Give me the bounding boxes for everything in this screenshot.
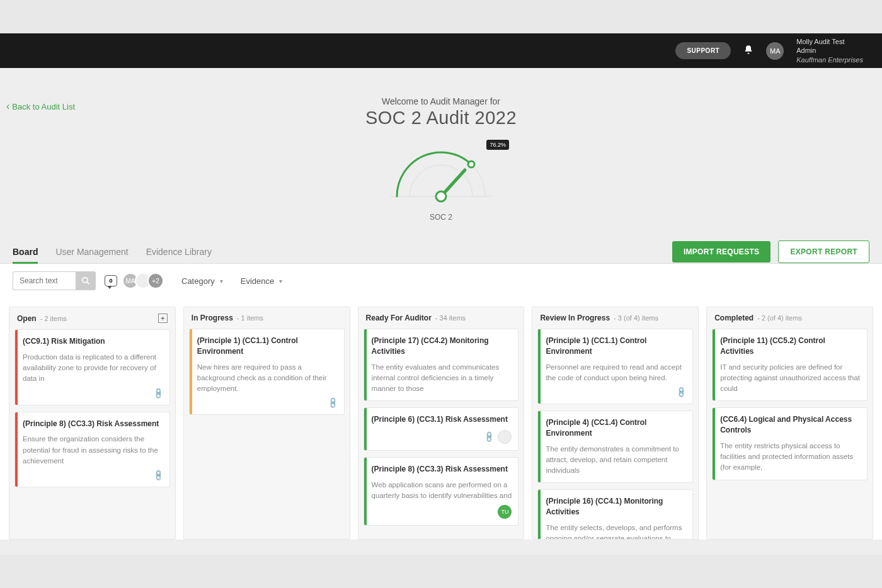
- card-body: Personnel are required to read and accep…: [546, 362, 686, 384]
- tab-board[interactable]: Board: [13, 240, 38, 263]
- board-card[interactable]: (Principle 1) (CC1.1) Control Environmen…: [189, 329, 345, 415]
- board-card[interactable]: (Principle 17) (CC4.2) Monitoring Activi…: [364, 329, 519, 401]
- card-body: Ensure the organization considers the po…: [23, 434, 163, 466]
- card-body: New hires are required to pass a backgro…: [197, 362, 338, 395]
- assignee-avatars[interactable]: MA +2: [126, 273, 164, 289]
- card-body: IT and security policies are defined for…: [720, 362, 861, 395]
- user-info: Molly Audit Test Admin Kauffman Enterpri…: [796, 37, 863, 64]
- board-card[interactable]: (Principle 6) (CC3.1) Risk Assessment🔗: [364, 407, 519, 451]
- letterbox-top: [0, 0, 882, 33]
- page-body: Back to Audit List Welcome to Audit Mana…: [0, 68, 882, 555]
- support-button[interactable]: SUPPORT: [675, 42, 731, 59]
- board-card[interactable]: (Principle 11) (CC5.2) Control Activitie…: [712, 329, 868, 401]
- search-input[interactable]: [13, 271, 76, 290]
- board-card[interactable]: (CC6.4) Logical and Physical Access Cont…: [712, 407, 868, 480]
- board-card[interactable]: (Principle 4) (CC1.4) Control Environmen…: [537, 410, 693, 483]
- column-cards: (Principle 1) (CC1.1) Control Environmen…: [532, 329, 698, 539]
- card-body: The entity evaluates and communicates in…: [372, 362, 512, 395]
- dropdown-label: Category: [181, 276, 215, 286]
- svg-point-3: [436, 191, 446, 201]
- card-body: Production data is replicated to a diffe…: [23, 352, 163, 385]
- messages-icon[interactable]: 0: [105, 275, 117, 286]
- board-card[interactable]: (Principle 16) (CC4.1) Monitoring Activi…: [537, 489, 693, 539]
- card-title: (Principle 1) (CC1.1) Control Environmen…: [546, 336, 686, 357]
- back-to-list-link[interactable]: Back to Audit List: [6, 101, 75, 112]
- card-title: (Principle 6) (CC3.1) Risk Assessment: [372, 414, 512, 425]
- search-button[interactable]: [76, 271, 96, 290]
- card-title: (Principle 17) (CC4.2) Monitoring Activi…: [372, 336, 512, 357]
- card-title: (Principle 8) (CC3.3) Risk Assessment: [372, 464, 512, 475]
- chevron-down-icon: ▾: [220, 278, 223, 285]
- card-title: (Principle 8) (CC3.3) Risk Assessment: [23, 419, 163, 429]
- gauge-percent-badge: 76.2%: [486, 140, 509, 150]
- card-body: The entity restricts physical access to …: [720, 441, 861, 473]
- column-header: Completed- 2 (of 4) items: [707, 307, 873, 329]
- card-footer: 🔗: [546, 387, 686, 397]
- page-title: SOC 2 Audit 2022: [0, 108, 882, 128]
- column-count: - 34 items: [435, 314, 466, 322]
- attachment-icon: 🔗: [152, 387, 165, 400]
- user-avatar[interactable]: MA: [766, 42, 784, 60]
- column-cards: (Principle 11) (CC5.2) Control Activitie…: [707, 329, 873, 539]
- card-title: (Principle 11) (CC5.2) Control Activitie…: [720, 336, 861, 357]
- svg-point-1: [468, 161, 474, 167]
- column-title: Ready For Auditor: [366, 314, 432, 322]
- card-body: Web application scans are performed on a…: [372, 480, 512, 502]
- column-header: Open- 2 items+: [9, 307, 175, 329]
- user-org: Kauffman Enterprises: [796, 55, 863, 64]
- board-card[interactable]: (CC9.1) Risk MitigationProduction data i…: [14, 329, 170, 405]
- kanban-board: Open- 2 items+(CC9.1) Risk MitigationPro…: [0, 298, 882, 540]
- column-cards: (Principle 17) (CC4.2) Monitoring Activi…: [358, 329, 524, 539]
- attachment-icon: 🔗: [675, 386, 688, 399]
- card-title: (Principle 4) (CC1.4) Control Environmen…: [546, 417, 686, 439]
- export-report-button[interactable]: EXPORT REPORT: [778, 240, 869, 263]
- card-body: The entity demonstrates a commitment to …: [546, 444, 686, 477]
- card-footer: 🔗: [372, 430, 512, 444]
- board-card[interactable]: (Principle 1) (CC1.1) Control Environmen…: [537, 329, 693, 404]
- card-body: The entity selects, develops, and perfor…: [546, 523, 686, 539]
- avatar-more[interactable]: +2: [147, 273, 164, 289]
- dropdown-label: Evidence: [241, 276, 274, 286]
- board-column: In Progress- 1 items(Principle 1) (CC1.1…: [183, 307, 350, 540]
- board-card[interactable]: (Principle 8) (CC3.3) Risk AssessmentWeb…: [364, 457, 519, 526]
- svg-point-4: [83, 278, 88, 283]
- attachment-icon: 🔗: [152, 469, 165, 482]
- board-column: Completed- 2 (of 4) items(Principle 11) …: [706, 307, 873, 540]
- svg-line-5: [87, 282, 89, 285]
- progress-gauge: 76.2%: [384, 140, 498, 209]
- card-footer: 🔗: [23, 470, 163, 480]
- column-header: In Progress- 1 items: [184, 307, 350, 329]
- column-count: - 2 items: [40, 315, 67, 322]
- card-title: (Principle 1) (CC1.1) Control Environmen…: [197, 336, 338, 357]
- tabs-row: Board User Management Evidence Library I…: [0, 240, 882, 264]
- attachment-icon: 🔗: [483, 431, 496, 444]
- column-header: Ready For Auditor- 34 items: [358, 307, 524, 329]
- board-column: Review In Progress- 3 (of 4) items(Princ…: [532, 307, 699, 540]
- chevron-down-icon: ▾: [279, 278, 282, 285]
- back-link-text: Back to Audit List: [12, 102, 75, 111]
- add-card-button[interactable]: +: [158, 314, 168, 323]
- import-requests-button[interactable]: IMPORT REQUESTS: [672, 241, 771, 263]
- board-column: Ready For Auditor- 34 items(Principle 17…: [358, 307, 525, 540]
- assignee-avatar: [498, 430, 512, 444]
- board-card[interactable]: (Principle 8) (CC3.3) Risk AssessmentEns…: [14, 412, 170, 488]
- tab-evidence-library[interactable]: Evidence Library: [146, 240, 212, 263]
- column-count: - 3 (of 4) items: [614, 314, 658, 322]
- gauge-caption: SOC 2: [0, 213, 882, 222]
- column-title: In Progress: [192, 314, 233, 322]
- card-title: (CC6.4) Logical and Physical Access Cont…: [720, 414, 861, 436]
- attachment-icon: 🔗: [326, 397, 340, 410]
- assignee-avatar: TU: [498, 505, 512, 519]
- category-dropdown[interactable]: Category ▾: [181, 276, 223, 286]
- board-toolbar: 0 MA +2 Category ▾ Evidence ▾: [0, 264, 882, 298]
- notifications-icon[interactable]: [743, 45, 753, 57]
- board-column: Open- 2 items+(CC9.1) Risk MitigationPro…: [9, 307, 176, 540]
- search-group: [13, 271, 96, 290]
- column-count: - 2 (of 4) items: [757, 314, 802, 322]
- tab-user-management[interactable]: User Management: [55, 240, 128, 263]
- card-footer: 🔗: [23, 388, 163, 399]
- column-title: Review In Progress: [540, 314, 610, 322]
- app-header: SUPPORT MA Molly Audit Test Admin Kauffm…: [0, 33, 882, 68]
- card-footer: TU: [372, 505, 512, 519]
- evidence-dropdown[interactable]: Evidence ▾: [241, 276, 282, 286]
